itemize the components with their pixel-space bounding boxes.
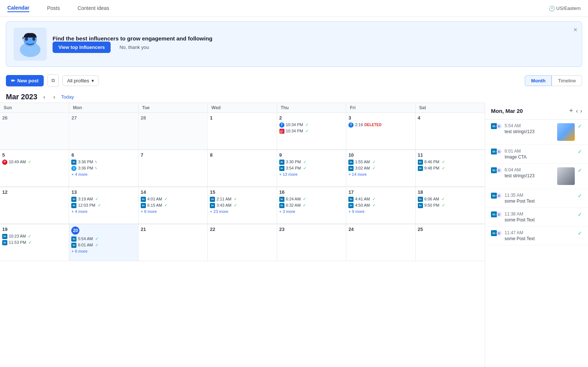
day-mar-5[interactable]: 5 P 10:49 AM ✓ <box>0 150 69 187</box>
day-mar-23[interactable]: 23 <box>277 224 346 261</box>
day-mar-11[interactable]: 11 in 8:46 PM ✓ in 9:48 PM ✓ <box>416 150 485 187</box>
post-item[interactable]: in 3:30 PM ✓ <box>279 159 344 165</box>
panel-post-item[interactable]: in D 11:47 AM some Post Text ✓ <box>485 227 588 245</box>
post-text: some Post Text <box>505 217 575 222</box>
prev-month-button[interactable]: ‹ <box>41 93 47 101</box>
day-mar-18[interactable]: 18 in 6:06 AM ✓ in 9:50 PM ✓ <box>416 187 485 224</box>
post-item[interactable]: ◎ 10:34 PM ✓ <box>279 128 344 134</box>
post-item[interactable]: in 12:03 PM ✓ <box>71 203 136 208</box>
panel-post-item[interactable]: in D 6:04 AM test strings!123 ✓ <box>485 164 588 189</box>
day-mar-13[interactable]: 13 in 3:19 AM ✓ in 12:03 PM ✓ + 4 more <box>69 187 138 224</box>
panel-post-item[interactable]: in D 11:35 AM some Post Text ✓ <box>485 189 588 208</box>
more-posts-link[interactable]: + 9 more <box>348 209 413 214</box>
day-mar-6[interactable]: 6 in 3:36 PM ✎ t 3:36 PM ✎ + 4 more <box>69 150 138 187</box>
post-item[interactable]: in 3:19 AM ✓ <box>71 196 136 202</box>
day-mar-9[interactable]: 9 in 3:30 PM ✓ in 3:54 PM ✓ + 13 more <box>277 150 346 187</box>
post-item[interactable]: in 6:32 AM ✓ <box>279 203 344 208</box>
post-item[interactable]: t 3:36 PM ✎ <box>71 165 136 171</box>
svg-point-3 <box>32 37 35 41</box>
post-icon-group: in D <box>491 149 502 154</box>
timeline-view-button[interactable]: Timeline <box>552 75 582 86</box>
post-item[interactable]: in 3:02 AM ✓ <box>348 165 413 171</box>
post-item[interactable]: in 3:54 PM ✓ <box>279 165 344 171</box>
post-item[interactable]: in 9:50 PM ✓ <box>418 203 483 208</box>
post-item[interactable]: P 10:49 AM ✓ <box>2 159 67 165</box>
post-item[interactable]: in 2:11 AM ✓ <box>210 196 274 202</box>
new-post-button[interactable]: ✏ New post <box>6 75 44 86</box>
post-item[interactable]: in 9:48 PM ✓ <box>418 165 483 171</box>
post-item[interactable]: f 10:34 PM ✓ <box>279 122 344 128</box>
today-button[interactable]: Today <box>61 94 74 100</box>
post-item[interactable]: in 4:41 AM ✓ <box>348 196 413 202</box>
post-item[interactable]: in 5:54 AM ✓ <box>71 236 136 242</box>
facebook-icon: f <box>348 122 354 128</box>
post-item[interactable]: in 6:06 AM ✓ <box>418 196 483 202</box>
day-mar-10[interactable]: 10 in 1:55 AM ✓ in 3:02 AM ✓ + 14 more <box>346 150 415 187</box>
calendar-toolbar: ✏ New post ⧉ All profiles ▾ Month Timeli… <box>0 71 588 90</box>
header-wed: Wed <box>208 103 277 113</box>
post-text: some Post Text <box>505 199 575 204</box>
close-banner-button[interactable]: × <box>573 26 577 34</box>
panel-next-button[interactable]: › <box>580 108 582 114</box>
day-mar-19[interactable]: 19 in 10:23 AM ✓ in 11:53 PM ✓ <box>0 224 69 261</box>
nav-posts[interactable]: Posts <box>47 5 60 12</box>
post-item[interactable]: in 1:55 AM ✓ <box>348 159 413 165</box>
post-item[interactable]: in 11:53 PM ✓ <box>2 240 67 245</box>
more-posts-link[interactable]: + 3 more <box>279 209 344 214</box>
day-mar-14[interactable]: 14 in 4:01 AM ✓ in 6:15 AM ✓ + 8 more <box>139 187 208 224</box>
post-item[interactable]: f 2:16 DELETED <box>348 122 413 128</box>
day-mar-16[interactable]: 16 in 6:24 AM ✓ in 6:32 AM ✓ + 3 more <box>277 187 346 224</box>
post-item[interactable]: in 3:43 AM ✓ <box>210 203 274 208</box>
post-item[interactable]: in 8:46 PM ✓ <box>418 159 483 165</box>
post-icon-group: in D <box>491 211 502 217</box>
day-mar-3[interactable]: 3 f 2:16 DELETED <box>346 113 415 150</box>
day-mar-20[interactable]: 20 in 5:54 AM ✓ in 6:01 AM ✓ + 6 more <box>69 224 138 261</box>
day-26[interactable]: 26 <box>0 113 69 150</box>
post-item[interactable]: in 3:36 PM ✎ <box>71 159 136 165</box>
post-item[interactable]: in 4:01 AM ✓ <box>141 196 205 202</box>
post-item[interactable]: in 4:50 AM ✓ <box>348 203 413 208</box>
add-post-button[interactable]: + <box>569 107 573 115</box>
more-posts-link[interactable]: + 13 more <box>279 172 344 177</box>
post-item[interactable]: in 6:15 AM ✓ <box>141 203 205 208</box>
day-mar-1[interactable]: 1 <box>208 113 277 150</box>
day-mar-8[interactable]: 8 <box>208 150 277 187</box>
panel-post-item[interactable]: in D 11:38 AM some Post Text ✓ <box>485 208 588 227</box>
day-mar-22[interactable]: 22 <box>208 224 277 261</box>
day-28[interactable]: 28 <box>139 113 208 150</box>
more-posts-link[interactable]: + 6 more <box>71 249 136 253</box>
post-item[interactable]: in 6:24 AM ✓ <box>279 196 344 202</box>
day-mar-7[interactable]: 7 <box>139 150 208 187</box>
post-check-icon: ✓ <box>578 193 582 199</box>
twitter-icon: t <box>71 166 76 171</box>
next-month-button[interactable]: › <box>51 93 57 101</box>
more-posts-link[interactable]: + 23 more <box>210 209 274 214</box>
day-mar-2[interactable]: 2 f 10:34 PM ✓ ◎ 10:34 PM ✓ <box>277 113 346 150</box>
day-mar-17[interactable]: 17 in 4:41 AM ✓ in 4:50 AM ✓ + 9 more <box>346 187 415 224</box>
panel-post-item[interactable]: in D 6:01 AM Image CTA ✓ <box>485 145 588 164</box>
day-27[interactable]: 27 <box>69 113 138 150</box>
more-posts-link[interactable]: + 14 more <box>348 172 413 177</box>
panel-prev-button[interactable]: ‹ <box>576 108 578 114</box>
more-posts-link[interactable]: + 4 more <box>71 172 136 177</box>
post-check-icon: ✓ <box>578 211 582 217</box>
decline-banner-button[interactable]: No, thank you <box>119 44 149 50</box>
day-mar-25[interactable]: 25 <box>416 224 485 261</box>
day-mar-21[interactable]: 21 <box>139 224 208 261</box>
month-view-button[interactable]: Month <box>525 75 552 86</box>
view-influencers-button[interactable]: View top Influencers <box>53 42 111 53</box>
nav-calendar[interactable]: Calendar <box>7 5 29 12</box>
nav-content-ideas[interactable]: Content ideas <box>78 5 109 12</box>
more-posts-link[interactable]: + 8 more <box>141 209 205 214</box>
post-item[interactable]: in 10:23 AM ✓ <box>2 234 67 239</box>
panel-post-item[interactable]: in D 5:54 AM test strings!123 ✓ <box>485 120 588 145</box>
copy-button[interactable]: ⧉ <box>47 74 59 87</box>
day-mar-24[interactable]: 24 <box>346 224 415 261</box>
post-item[interactable]: in 6:01 AM ✓ <box>71 242 136 248</box>
day-mar-12[interactable]: 12 <box>0 187 69 224</box>
day-mar-4[interactable]: 4 <box>416 113 485 150</box>
top-nav: Calendar Posts Content ideas 🕐 US/Easter… <box>0 0 588 17</box>
more-posts-link[interactable]: + 4 more <box>71 209 136 214</box>
day-mar-15[interactable]: 15 in 2:11 AM ✓ in 3:43 AM ✓ + 23 more <box>208 187 277 224</box>
profiles-dropdown[interactable]: All profiles ▾ <box>62 75 99 86</box>
